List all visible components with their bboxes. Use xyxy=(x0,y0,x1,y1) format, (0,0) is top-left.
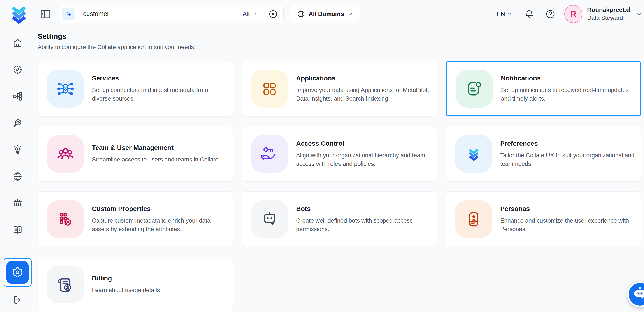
settings-card-access-control[interactable]: Access Control Align with your organizat… xyxy=(242,126,437,182)
settings-page: Settings Ability to configure the Collat… xyxy=(35,28,644,312)
sidebar-toggle-icon[interactable] xyxy=(40,8,52,20)
sidebar-item-settings[interactable] xyxy=(4,258,32,286)
lightbulb-icon xyxy=(12,145,23,155)
settings-card-personas[interactable]: Personas Enhance and customize the user … xyxy=(446,192,641,247)
card-title: Team & User Management xyxy=(92,144,220,151)
applications-icon xyxy=(251,70,288,108)
sidebar-item-logout[interactable] xyxy=(12,293,24,306)
card-description: Learn about usage details xyxy=(92,286,160,294)
card-title: Services xyxy=(92,75,229,82)
settings-card-grid: Services Set up connectors and ingest me… xyxy=(38,61,641,312)
sidebar-nav xyxy=(0,28,35,312)
global-search-bar[interactable]: All xyxy=(59,5,284,23)
settings-card-billing[interactable]: Billing Learn about usage details xyxy=(38,257,233,312)
card-description: Improve your data using Applications for… xyxy=(296,86,433,103)
squares-gear-icon xyxy=(46,200,84,238)
collate-layers-icon xyxy=(455,135,492,173)
id-card-icon xyxy=(455,200,492,238)
divider xyxy=(262,9,263,19)
language-label: EN xyxy=(496,11,505,18)
chevron-down-icon xyxy=(507,12,512,17)
receipt-icon xyxy=(46,265,84,303)
card-title: Bots xyxy=(296,205,433,213)
notifications-icon xyxy=(456,70,493,108)
card-title: Personas xyxy=(500,205,637,213)
topbar-actions: EN R Rounakpreet.d Data Steward xyxy=(496,5,643,23)
avatar-initial: R xyxy=(570,10,576,19)
card-description: Tailor the Collate UX to suit your organ… xyxy=(500,151,637,168)
card-description: Create well-defined bots with scoped acc… xyxy=(296,216,433,234)
card-description: Capture custom metadata to enrich your d… xyxy=(92,216,229,234)
help-icon[interactable] xyxy=(546,9,555,19)
settings-card-notifications[interactable]: Notifications Set up notifications to re… xyxy=(446,61,641,116)
sidebar-item-governance[interactable] xyxy=(12,197,24,209)
domains-dropdown[interactable]: All Domains xyxy=(290,5,360,23)
card-description: Enhance and customize the user experienc… xyxy=(500,216,637,234)
flow-icon xyxy=(12,91,23,101)
card-title: Access Control xyxy=(296,140,433,147)
settings-card-applications[interactable]: Applications Improve your data using App… xyxy=(242,61,437,116)
divider xyxy=(77,9,78,19)
key-hand-icon xyxy=(251,135,288,173)
settings-card-custom-properties[interactable]: Custom Properties Capture custom metadat… xyxy=(38,192,233,247)
globe-icon xyxy=(12,171,23,182)
search-input[interactable] xyxy=(83,10,243,18)
search-scope-label: All xyxy=(243,11,250,18)
topbar: All All Domains EN xyxy=(0,0,644,28)
user-name: Rounakpreet.d xyxy=(587,6,630,14)
sidebar-item-observability[interactable] xyxy=(12,117,24,129)
card-description: Align with your organizational hierarchy… xyxy=(296,151,433,168)
chevron-down-icon[interactable] xyxy=(635,10,643,18)
ai-sparkle-icon[interactable] xyxy=(62,8,74,20)
sidebar-item-explore[interactable] xyxy=(12,63,24,76)
user-menu[interactable]: Rounakpreet.d Data Steward xyxy=(587,6,630,22)
user-avatar[interactable]: R xyxy=(564,5,582,23)
compass-icon xyxy=(12,64,23,75)
team-icon xyxy=(46,135,84,173)
sidebar-item-lineage[interactable] xyxy=(12,90,24,102)
services-icon xyxy=(46,70,84,108)
globe-icon xyxy=(297,10,305,18)
page-title: Settings xyxy=(38,32,641,41)
card-description: Set up connectors and ingest metadata fr… xyxy=(92,86,229,103)
search-scope-dropdown[interactable]: All xyxy=(243,11,257,18)
user-role: Data Steward xyxy=(587,14,630,22)
settings-card-team-user-management[interactable]: Team & User Management Streamline access… xyxy=(38,126,233,182)
sidebar-item-home[interactable] xyxy=(12,37,24,49)
sidebar-item-domains[interactable] xyxy=(12,170,24,183)
chat-bot-icon xyxy=(632,286,644,303)
chevron-down-icon xyxy=(251,11,257,17)
card-description: Set up notifications to received real-ti… xyxy=(501,86,636,103)
card-description: Streamline access to users and teams in … xyxy=(92,155,220,164)
card-title: Billing xyxy=(92,274,160,282)
clear-search-icon[interactable] xyxy=(268,10,278,19)
card-title: Applications xyxy=(296,75,433,82)
settings-card-preferences[interactable]: Preferences Tailor the Collate UX to sui… xyxy=(446,126,641,182)
chevron-down-icon xyxy=(347,11,353,17)
bank-icon xyxy=(12,198,23,208)
notifications-bell-icon[interactable] xyxy=(524,9,534,19)
magnifier-eye-icon xyxy=(12,118,23,128)
gear-icon xyxy=(12,266,24,278)
settings-card-services[interactable]: Services Set up connectors and ingest me… xyxy=(38,61,233,116)
robot-icon xyxy=(251,200,288,238)
sidebar-item-insights[interactable] xyxy=(12,143,24,156)
sidebar-item-glossary[interactable] xyxy=(12,224,24,236)
card-title: Custom Properties xyxy=(92,205,229,213)
language-selector[interactable]: EN xyxy=(496,11,512,18)
open-book-icon xyxy=(12,225,23,235)
collate-logo-icon xyxy=(9,4,28,24)
settings-active-highlight xyxy=(6,261,29,284)
page-subtitle: Ability to configure the Collate applica… xyxy=(38,44,641,51)
card-title: Notifications xyxy=(501,75,636,82)
card-title: Preferences xyxy=(500,140,637,147)
domains-label: All Domains xyxy=(308,11,344,18)
logout-icon xyxy=(12,295,23,305)
settings-card-bots[interactable]: Bots Create well-defined bots with scope… xyxy=(242,192,437,247)
home-icon xyxy=(12,38,23,48)
